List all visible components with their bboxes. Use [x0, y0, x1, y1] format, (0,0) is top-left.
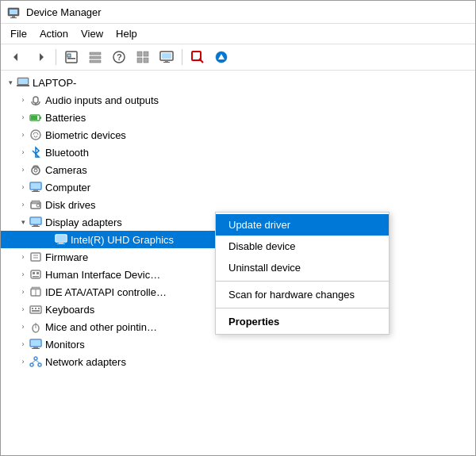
tree-item-mice[interactable]: › Mice and other pointin…: [1, 318, 215, 335]
tree-item-keyboards[interactable]: › Keyboards: [1, 301, 215, 318]
svg-rect-1: [10, 10, 17, 14]
svg-rect-29: [33, 97, 38, 103]
properties-button[interactable]: [60, 47, 83, 67]
expand-icon-monitors[interactable]: ›: [17, 338, 29, 351]
svg-rect-2: [12, 16, 15, 17]
display-icon: [29, 216, 42, 228]
toolbar-sep-1: [56, 49, 56, 65]
svg-rect-62: [33, 276, 39, 278]
back-button[interactable]: [6, 47, 28, 67]
svg-rect-14: [137, 52, 142, 56]
menu-file[interactable]: File: [4, 25, 33, 42]
monitor-icon: [159, 50, 174, 64]
mice-label: Mice and other pointin…: [45, 321, 157, 333]
tree-view[interactable]: ▾ LAPTOP- ›: [1, 71, 215, 455]
svg-rect-17: [144, 58, 148, 63]
expand-icon-keyboards[interactable]: ›: [17, 303, 29, 316]
toolbar: ?: [1, 44, 475, 71]
tree-item-cameras[interactable]: › Cameras: [1, 161, 215, 178]
context-menu-update[interactable]: Update driver: [216, 214, 389, 236]
menu-help[interactable]: Help: [109, 25, 144, 42]
ide-label: IDE ATA/ATAPI controlle…: [45, 286, 167, 298]
expand-icon-firmware[interactable]: ›: [17, 251, 29, 263]
expand-icon-audio[interactable]: ›: [17, 94, 29, 106]
expand-icon-bluetooth[interactable]: ›: [17, 146, 29, 159]
svg-rect-53: [56, 236, 66, 241]
expand-icon-intel: [42, 233, 55, 246]
expand-icon-cameras[interactable]: ›: [17, 163, 29, 176]
expand-icon-network[interactable]: ›: [17, 355, 29, 368]
tree-item-bluetooth[interactable]: › Bluetooth: [1, 144, 215, 161]
context-menu-properties[interactable]: Properties: [216, 311, 389, 332]
forward-button[interactable]: [29, 47, 52, 67]
tree-wrapper: ▾ LAPTOP- ›: [1, 71, 475, 455]
cameras-label: Cameras: [45, 164, 87, 176]
svg-rect-42: [31, 183, 40, 189]
monitor-icon: [29, 338, 42, 351]
svg-rect-55: [57, 243, 65, 244]
svg-rect-33: [31, 116, 37, 120]
expand-icon-disk[interactable]: ›: [17, 198, 29, 211]
mice-icon: [29, 320, 42, 333]
context-menu-disable[interactable]: Disable device: [216, 236, 389, 257]
display-label: Display adapters: [45, 217, 122, 228]
menu-action[interactable]: Action: [33, 25, 75, 42]
context-menu-sep-2: [216, 308, 389, 308]
update-icon: [214, 50, 228, 64]
svg-point-79: [30, 363, 33, 366]
update-button[interactable]: [210, 47, 232, 67]
disk-label: Disk drives: [45, 199, 96, 211]
svg-rect-9: [90, 52, 101, 55]
tree-item-batteries[interactable]: › Batteries: [1, 109, 215, 126]
svg-rect-68: [35, 308, 36, 309]
grid-view-button[interactable]: [132, 47, 154, 67]
tree-item-monitors[interactable]: › Monitors: [1, 335, 215, 353]
expand-icon-display[interactable]: ▾: [17, 216, 29, 228]
expand-icon-ide[interactable]: ›: [17, 285, 29, 298]
firmware-icon: [29, 251, 42, 263]
svg-rect-46: [32, 201, 40, 204]
tree-item-hid[interactable]: › Human Interface Devic…: [1, 266, 215, 283]
svg-rect-61: [36, 272, 39, 274]
tree-item-ide[interactable]: › IDE ATA/ATAPI controlle…: [1, 283, 215, 301]
device-manager-window: Device Manager File Action View Help: [0, 0, 476, 456]
expand-icon-hid[interactable]: ›: [17, 268, 29, 281]
svg-point-80: [38, 363, 41, 366]
toolbar-sep-2: [182, 49, 182, 65]
context-menu-uninstall[interactable]: Uninstall device: [216, 257, 389, 278]
expand-icon-computer[interactable]: ›: [17, 181, 29, 194]
svg-text:?: ?: [117, 52, 122, 62]
svg-rect-76: [33, 347, 38, 348]
svg-rect-66: [30, 306, 41, 313]
expand-icon-mice[interactable]: ›: [17, 320, 29, 333]
expand-icon-batteries[interactable]: ›: [17, 111, 29, 124]
context-menu-scan[interactable]: Scan for hardware changes: [216, 284, 389, 305]
scan-button[interactable]: [186, 47, 209, 67]
content-area: ▾ LAPTOP- ›: [1, 71, 475, 455]
tree-item-intel[interactable]: Intel(R) UHD Graphics: [1, 231, 215, 248]
svg-point-39: [34, 169, 37, 172]
help-button[interactable]: ?: [108, 47, 130, 67]
tree-item-audio[interactable]: › Audio inputs and outputs: [1, 91, 215, 109]
tree-item-network[interactable]: › Network adapters: [1, 353, 215, 370]
menu-view[interactable]: View: [75, 25, 109, 42]
svg-rect-60: [33, 272, 35, 274]
monitors-label: Monitors: [45, 339, 85, 351]
tree-root[interactable]: ▾ LAPTOP-: [1, 74, 215, 91]
biometric-icon: [29, 128, 42, 141]
camera-icon: [29, 163, 42, 176]
tree-item-disk[interactable]: › Disk drives: [1, 196, 215, 213]
svg-rect-8: [67, 58, 75, 59]
expand-icon-biometric[interactable]: ›: [17, 128, 29, 141]
network-icon: [29, 355, 42, 368]
tree-item-display[interactable]: ▾ Display adapters: [1, 213, 215, 231]
tree-item-biometric[interactable]: › Biometric devices: [1, 126, 215, 144]
monitor-button[interactable]: [155, 47, 178, 67]
tree-item-computer[interactable]: › Computer: [1, 178, 215, 196]
tree-item-firmware[interactable]: › Firmware: [1, 248, 215, 266]
context-menu: Update driver Disable device Uninstall d…: [215, 212, 390, 335]
expand-icon-root[interactable]: ▾: [4, 76, 17, 89]
list-view-button[interactable]: [84, 47, 106, 67]
root-label: LAPTOP-: [33, 77, 76, 89]
svg-rect-75: [31, 340, 40, 346]
